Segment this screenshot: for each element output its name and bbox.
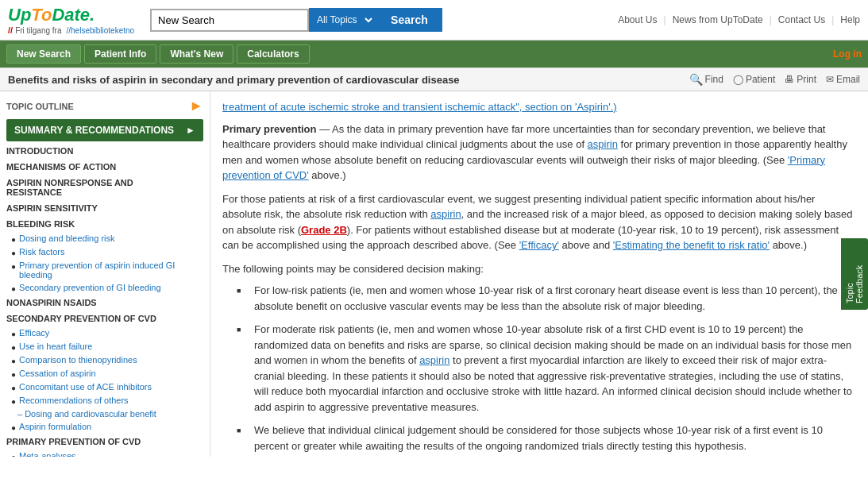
orange-arrow-icon: ►: [189, 98, 203, 114]
topic-outline-header: TOPIC OUTLINE ►: [0, 95, 210, 118]
sidebar-item-primary-gi[interactable]: ● Primary prevention of aspirin induced …: [0, 259, 210, 281]
search-input[interactable]: New Search: [150, 9, 309, 32]
summary-recommendations-button[interactable]: SUMMARY & RECOMMENDATIONS ►: [6, 119, 203, 141]
search-area: New Search All Topics Search: [150, 8, 442, 32]
sidebar-item-risk-factors[interactable]: ● Risk factors: [0, 245, 210, 259]
para1c-text: above.): [309, 169, 346, 181]
new-search-button[interactable]: New Search: [6, 44, 81, 64]
bullet-icon: ●: [11, 453, 16, 457]
list-item: ■ We believe that individual clinical ju…: [246, 423, 856, 454]
sidebar-item-recommendations[interactable]: ● Recommendations of others: [0, 394, 210, 407]
sidebar: TOPIC OUTLINE ► SUMMARY & RECOMMENDATION…: [0, 91, 210, 457]
sidebar-item-nonaspirin[interactable]: NONASPIRIN NSAIDS: [0, 295, 210, 311]
sidebar-item-mechanisms[interactable]: MECHANISMS OF ACTION: [0, 159, 210, 175]
bullet-icon: ●: [11, 370, 16, 379]
sidebar-item-thienopyridines[interactable]: ● Comparison to thienopyridines: [0, 353, 210, 367]
sidebar-item-nonresponse[interactable]: ASPIRIN NONRESPONSE ANDRESISTANCE: [0, 175, 210, 200]
sidebar-item-cessation[interactable]: ● Cessation of aspirin: [0, 367, 210, 380]
sidebar-item-ace[interactable]: ● Concomitant use of ACE inhibitors: [0, 380, 210, 394]
page-actions: 🔍 Find ◯ Patient 🖶 Print ✉ Email: [689, 73, 860, 86]
news-link[interactable]: News from UpToDate: [673, 14, 763, 25]
login-button[interactable]: Log in: [833, 48, 862, 60]
estimating-link[interactable]: 'Estimating the benefit to risk ratio': [613, 239, 770, 251]
whats-new-button[interactable]: What's New: [160, 44, 233, 64]
sidebar-item-heart-failure[interactable]: ● Use in heart failure: [0, 340, 210, 353]
bullet-list: ■ For low-risk patients (ie, men and wom…: [246, 283, 856, 457]
bullet-square-icon: ■: [237, 286, 241, 297]
bullet-icon: ●: [11, 330, 16, 338]
sidebar-item-introduction[interactable]: INTRODUCTION: [0, 143, 210, 159]
primary-prevention-heading: Primary prevention: [222, 123, 317, 135]
aspirin-link-1[interactable]: aspirin: [588, 138, 618, 150]
sidebar-item-dosing-bleeding[interactable]: ● Dosing and bleeding risk: [0, 232, 210, 245]
sidebar-item-secondary-cvd[interactable]: SECONDARY PREVENTION OF CVD: [0, 311, 210, 326]
bullet-icon: ●: [11, 235, 16, 244]
search-button[interactable]: Search: [376, 8, 442, 32]
print-action[interactable]: 🖶 Print: [785, 74, 816, 85]
arrow-right-icon: ►: [186, 125, 195, 136]
page-title: Benefits and risks of aspirin in seconda…: [8, 74, 460, 86]
aspirin-link-2[interactable]: aspirin: [430, 208, 461, 220]
main: TOPIC OUTLINE ► SUMMARY & RECOMMENDATION…: [0, 91, 868, 457]
topic-dropdown[interactable]: All Topics: [309, 8, 376, 32]
helse-label: Fri tilgang fra: [15, 26, 61, 35]
logo[interactable]: UpToDate.: [8, 5, 95, 25]
bullet-icon: ●: [11, 384, 16, 392]
sidebar-item-secondary-gi[interactable]: ● Secondary prevention of GI bleeding: [0, 281, 210, 295]
logo-subtitle: // Fri tilgang fra //helsebiblioteketno: [8, 25, 134, 35]
binoculars-icon: 🔍: [689, 73, 703, 86]
bullet-icon: ●: [11, 262, 16, 271]
calculators-button[interactable]: Calculators: [237, 44, 309, 64]
find-action[interactable]: 🔍 Find: [689, 73, 723, 86]
patient-action[interactable]: ◯ Patient: [733, 74, 775, 85]
top-link[interactable]: treatment of acute ischemic stroke and t…: [222, 101, 617, 113]
logo-area: UpToDate. // Fri tilgang fra //helsebibl…: [8, 5, 134, 35]
sidebar-item-bleeding-risk[interactable]: BLEEDING RISK: [0, 216, 210, 232]
primary-prevention-para: Primary prevention — As the data in prim…: [222, 122, 856, 183]
decision-intro: The following points may be considered d…: [222, 261, 856, 277]
sidebar-item-sensitivity[interactable]: ASPIRIN SENSITIVITY: [0, 200, 210, 216]
bullet-square-icon: ■: [237, 325, 241, 336]
help-link[interactable]: Help: [840, 14, 860, 25]
bullet-icon: ●: [11, 423, 16, 432]
page-title-bar: Benefits and risks of aspirin in seconda…: [0, 68, 868, 91]
sidebar-item-primary-cvd[interactable]: PRIMARY PREVENTION OF CVD: [0, 434, 210, 450]
email-action[interactable]: ✉ Email: [826, 74, 860, 85]
header: UpToDate. // Fri tilgang fra //helsebibl…: [0, 0, 868, 41]
bullet-square-icon: ■: [237, 426, 241, 437]
sidebar-item-dosing-cv[interactable]: – Dosing and cardiovascular benefit: [0, 407, 210, 420]
list-item: ■ For moderate risk patients (ie, men an…: [246, 322, 856, 415]
email-icon: ✉: [826, 74, 834, 85]
contact-link[interactable]: Contact Us: [778, 14, 825, 25]
bullet-icon: ●: [11, 249, 16, 257]
print-icon: 🖶: [785, 74, 794, 85]
about-us-link[interactable]: About Us: [618, 14, 657, 25]
sidebar-item-formulation[interactable]: ● Aspirin formulation: [0, 420, 210, 434]
patient-info-button[interactable]: Patient Info: [84, 44, 156, 64]
patient-icon: ◯: [733, 74, 743, 85]
bullet-icon: ●: [11, 397, 16, 406]
list-item: ■ For low-risk patients (ie, men and wom…: [246, 283, 856, 314]
aspirin-link-3[interactable]: aspirin: [419, 354, 449, 366]
topic-feedback-button[interactable]: Topic Feedback: [841, 238, 868, 310]
efficacy-link[interactable]: 'Efficacy': [519, 239, 559, 251]
sidebar-item-meta[interactable]: ● Meta-analyses: [0, 450, 210, 457]
feedback-wrapper: Topic Feedback: [841, 238, 868, 310]
bullet-icon: ●: [11, 357, 16, 365]
grade-link[interactable]: Grade 2B: [301, 224, 347, 236]
top-link-para: treatment of acute ischemic stroke and t…: [222, 99, 856, 115]
top-nav: About Us | News from UpToDate | Contact …: [618, 14, 860, 25]
suggest-para: For those patients at risk of a first ca…: [222, 191, 856, 253]
content-area: treatment of acute ischemic stroke and t…: [210, 91, 868, 457]
bullet-icon: ●: [11, 343, 16, 352]
topic-outline-label: TOPIC OUTLINE: [6, 102, 74, 111]
bullet-icon: ●: [11, 284, 16, 293]
sidebar-item-efficacy[interactable]: ● Efficacy: [0, 326, 210, 340]
toolbar: New Search Patient Info What's New Calcu…: [0, 41, 868, 68]
